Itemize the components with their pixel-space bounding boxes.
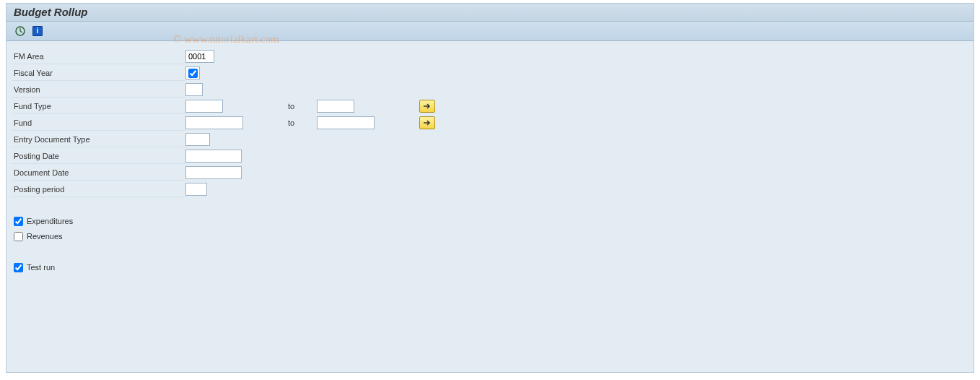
spacer [12, 198, 968, 214]
spacer [12, 244, 968, 260]
expenditures-checkbox[interactable] [14, 217, 23, 226]
toolbar: i [6, 22, 974, 41]
fund-type-to-label: to [288, 102, 317, 111]
row-expenditures: Expenditures [12, 214, 968, 228]
fund-type-to-input[interactable] [317, 100, 354, 113]
label-fiscal-year: Fiscal Year [12, 65, 185, 81]
label-document-date: Document Date [12, 165, 185, 181]
row-entry-doc-type: Entry Document Type [12, 131, 968, 147]
row-revenues: Revenues [12, 229, 968, 243]
fund-from-input[interactable] [185, 116, 243, 129]
entry-doc-type-input[interactable] [185, 133, 210, 146]
fiscal-year-checkbox-wrap[interactable] [185, 66, 200, 79]
test-run-checkbox[interactable] [14, 263, 23, 272]
row-document-date: Document Date [12, 165, 968, 181]
fund-to-input[interactable] [317, 116, 375, 129]
posting-date-input[interactable] [185, 150, 242, 163]
fund-to-label: to [288, 118, 317, 127]
clock-execute-icon [14, 25, 26, 37]
label-posting-date: Posting Date [12, 148, 185, 164]
fm-area-input[interactable] [185, 50, 214, 63]
label-revenues: Revenues [27, 232, 63, 241]
document-date-input[interactable] [185, 166, 242, 179]
svg-line-2 [20, 31, 22, 33]
info-icon: i [32, 26, 43, 36]
posting-period-input[interactable] [185, 183, 207, 196]
page-title: Budget Rollup [14, 6, 87, 18]
form-area: FM Area Fiscal Year Version Fund Type [6, 41, 974, 372]
row-posting-date: Posting Date [12, 148, 968, 164]
row-fund: Fund to [12, 115, 968, 131]
arrow-right-icon [423, 119, 432, 126]
label-version: Version [12, 82, 185, 98]
fund-type-range-button[interactable] [419, 100, 435, 113]
label-fm-area: FM Area [12, 48, 185, 64]
title-bar: Budget Rollup [6, 4, 974, 22]
info-button[interactable]: i [31, 25, 44, 38]
execute-button[interactable] [14, 25, 27, 38]
label-fund-type: Fund Type [12, 98, 185, 114]
row-posting-period: Posting period [12, 181, 968, 197]
row-version: Version [12, 82, 968, 98]
fund-type-from-input[interactable] [185, 100, 223, 113]
arrow-right-icon [423, 103, 432, 110]
label-test-run: Test run [27, 263, 55, 272]
label-posting-period: Posting period [12, 181, 185, 197]
window-frame: Budget Rollup i FM Area Fiscal Year [6, 3, 974, 373]
row-test-run: Test run [12, 260, 968, 275]
label-expenditures: Expenditures [27, 217, 73, 225]
row-fiscal-year: Fiscal Year [12, 65, 968, 81]
row-fm-area: FM Area [12, 48, 968, 64]
fund-range-button[interactable] [419, 116, 435, 129]
label-fund: Fund [12, 115, 185, 131]
label-entry-doc-type: Entry Document Type [12, 131, 185, 147]
row-fund-type: Fund Type to [12, 98, 968, 114]
fiscal-year-checkbox[interactable] [188, 69, 198, 78]
version-input[interactable] [185, 83, 203, 96]
revenues-checkbox[interactable] [14, 232, 23, 241]
